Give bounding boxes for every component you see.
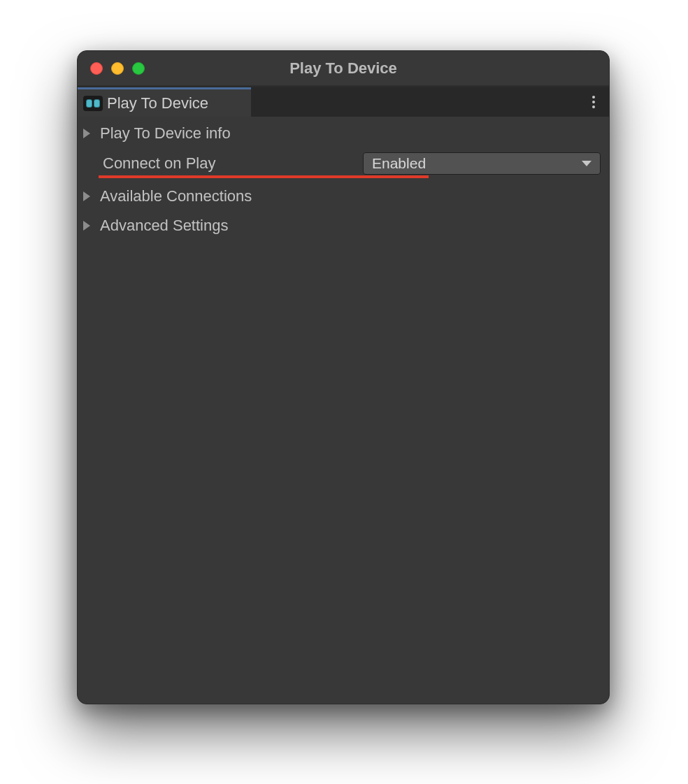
foldout-label: Available Connections xyxy=(100,187,252,205)
tab-bar: Play To Device xyxy=(78,86,609,117)
window-title: Play To Device xyxy=(78,59,609,78)
chevron-right-icon xyxy=(83,221,90,231)
chevron-right-icon xyxy=(83,129,90,138)
highlight-underline xyxy=(99,175,429,178)
panel-content: Play To Device info Connect on Play Enab… xyxy=(78,117,609,238)
foldout-play-to-device-info[interactable]: Play To Device info xyxy=(78,121,609,146)
chevron-right-icon xyxy=(83,191,90,201)
foldout-available-connections[interactable]: Available Connections xyxy=(78,184,609,209)
vr-headset-icon xyxy=(83,96,103,111)
panel-options-button[interactable] xyxy=(578,87,609,117)
field-connect-on-play: Connect on Play Enabled xyxy=(78,150,609,177)
zoom-button[interactable] xyxy=(132,62,145,75)
field-label-connect-on-play: Connect on Play xyxy=(103,154,363,173)
editor-window: Play To Device Play To Device Play To De… xyxy=(77,50,610,704)
kebab-icon xyxy=(592,96,595,108)
window-controls xyxy=(90,62,145,75)
tabbar-spacer xyxy=(251,87,578,117)
foldout-label: Play To Device info xyxy=(100,124,231,143)
minimize-button[interactable] xyxy=(111,62,124,75)
tab-play-to-device[interactable]: Play To Device xyxy=(78,87,251,117)
canvas: Play To Device Play To Device Play To De… xyxy=(0,0,688,784)
titlebar[interactable]: Play To Device xyxy=(78,51,609,86)
foldout-label: Advanced Settings xyxy=(100,217,228,235)
tab-label: Play To Device xyxy=(107,94,208,112)
foldout-advanced-settings[interactable]: Advanced Settings xyxy=(78,213,609,238)
dropdown-connect-on-play[interactable]: Enabled xyxy=(363,152,601,175)
close-button[interactable] xyxy=(90,62,103,75)
chevron-down-icon xyxy=(582,161,592,166)
dropdown-value: Enabled xyxy=(372,155,426,172)
